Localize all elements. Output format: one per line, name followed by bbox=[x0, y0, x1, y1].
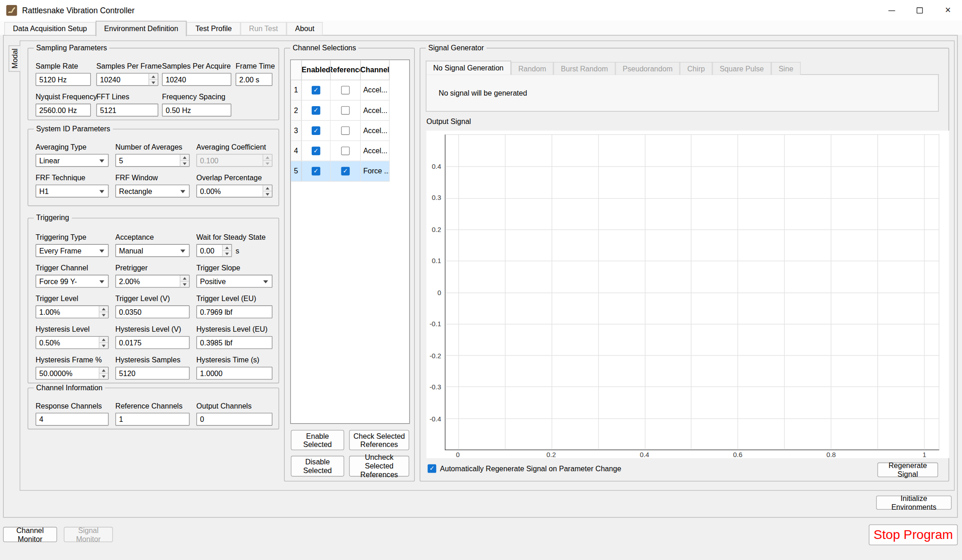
reference-checkbox[interactable] bbox=[341, 146, 350, 155]
channel-cell[interactable]: Accel... bbox=[361, 101, 389, 121]
hysteresis-frame-pct-field[interactable]: 50.0000% bbox=[36, 367, 109, 380]
close-button[interactable]: × bbox=[934, 0, 962, 21]
tab-environment-definition[interactable]: Environment Definition bbox=[96, 21, 187, 37]
tab-random: Random bbox=[511, 62, 553, 75]
reference-checkbox[interactable]: ✓ bbox=[341, 167, 350, 176]
channel-monitor-button[interactable]: Channel Monitor bbox=[3, 527, 57, 543]
table-row[interactable]: 1✓Accel... bbox=[291, 81, 409, 101]
enabled-checkbox[interactable]: ✓ bbox=[312, 106, 320, 115]
hysteresis-level-v-field[interactable]: 0.0175 bbox=[115, 336, 189, 349]
table-corner-cell[interactable] bbox=[291, 60, 302, 80]
maximize-button[interactable] bbox=[906, 0, 934, 21]
tab-about[interactable]: About bbox=[286, 22, 323, 35]
y-tick-label: -0.1 bbox=[429, 320, 441, 328]
trigger-slope-field[interactable]: Positive bbox=[196, 275, 272, 288]
frame-time-field[interactable]: 2.00 s bbox=[236, 73, 272, 86]
gridline-horizontal bbox=[445, 167, 939, 167]
hysteresis-level-eu-field[interactable]: 0.3985 lbf bbox=[196, 336, 272, 349]
triggering-type-field[interactable]: Every Frame bbox=[36, 244, 109, 257]
enabled-checkbox[interactable]: ✓ bbox=[312, 167, 320, 176]
column-header-enabled[interactable]: Enabled bbox=[302, 60, 331, 80]
channel-cell[interactable]: Accel... bbox=[361, 121, 389, 141]
averaging-type-field[interactable]: Linear bbox=[36, 154, 109, 167]
hysteresis-level-field[interactable]: 0.50% bbox=[36, 336, 109, 349]
channel-cell[interactable]: Force ... bbox=[361, 162, 389, 182]
stop-program-button[interactable]: Stop Program bbox=[869, 524, 957, 545]
spin-up-icon bbox=[180, 275, 189, 281]
gridline-horizontal bbox=[445, 292, 939, 293]
spinner-buttons[interactable] bbox=[99, 337, 108, 348]
minimize-button[interactable] bbox=[877, 0, 906, 21]
table-row[interactable]: 4✓Accel... bbox=[291, 141, 409, 161]
nyquist-frequency-field[interactable]: 2560.00 Hz bbox=[36, 104, 91, 117]
hysteresis-time-field[interactable]: 1.0000 bbox=[196, 367, 272, 380]
trigger-channel-field[interactable]: Force 99 Y- bbox=[36, 275, 109, 288]
spinner-buttons[interactable] bbox=[180, 155, 189, 166]
number-of-averages-field[interactable]: 5 bbox=[115, 154, 189, 167]
sample-rate-field[interactable]: 5120 Hz bbox=[36, 73, 91, 86]
frequency-spacing-field[interactable]: 0.50 Hz bbox=[162, 104, 231, 117]
modal-tab-label: Modal bbox=[11, 48, 19, 69]
reference-checkbox[interactable] bbox=[341, 126, 350, 135]
group-title-signal-generator: Signal Generator bbox=[426, 43, 486, 53]
samples-per-acquire-field[interactable]: 10240 bbox=[162, 73, 231, 86]
row-index[interactable]: 2 bbox=[291, 101, 302, 121]
fft-lines-field[interactable]: 5121 bbox=[96, 104, 158, 117]
auto-regenerate-checkbox[interactable]: ✓ bbox=[427, 464, 436, 473]
overlap-percentage-field[interactable]: 0.00% bbox=[196, 185, 272, 198]
tab-modal-environment[interactable]: Modal bbox=[9, 45, 20, 72]
table-row[interactable]: 2✓Accel... bbox=[291, 101, 409, 121]
channel-cell[interactable]: Accel... bbox=[361, 81, 389, 101]
spinner-buttons[interactable] bbox=[99, 306, 108, 318]
row-index[interactable]: 3 bbox=[291, 121, 302, 141]
frf-technique-field[interactable]: H1 bbox=[36, 185, 109, 198]
uncheck-selected-references-button[interactable]: Uncheck Selected References bbox=[349, 456, 409, 477]
tab-burst-random: Burst Random bbox=[553, 62, 615, 75]
x-tick-label: 0.4 bbox=[640, 451, 649, 458]
spinner-buttons[interactable] bbox=[99, 367, 108, 379]
trigger-level-v-field[interactable]: 0.0350 bbox=[115, 306, 189, 318]
row-index[interactable]: 5 bbox=[291, 162, 302, 182]
chevron-down-icon bbox=[99, 280, 104, 283]
reference-channels-field[interactable]: 1 bbox=[115, 413, 189, 425]
reference-checkbox[interactable] bbox=[341, 86, 350, 95]
pretrigger-field[interactable]: 2.00% bbox=[115, 275, 189, 288]
disable-selected-button[interactable]: Disable Selected bbox=[291, 456, 344, 477]
channel-cell[interactable]: Accel... bbox=[361, 141, 389, 161]
output-channels-field[interactable]: 0 bbox=[196, 413, 272, 425]
check-selected-references-button[interactable]: Check Selected References bbox=[349, 430, 409, 450]
hysteresis-samples-field[interactable]: 5120 bbox=[115, 367, 189, 380]
trigger-level-field[interactable]: 1.00% bbox=[36, 306, 109, 318]
column-header-reference[interactable]: Reference bbox=[331, 60, 361, 80]
table-row[interactable]: 5✓✓Force ... bbox=[291, 162, 409, 182]
tab-no-signal-generation[interactable]: No Signal Generation bbox=[426, 61, 511, 75]
wait-for-steady-state-field[interactable]: 0.00 bbox=[196, 244, 232, 257]
row-index[interactable]: 4 bbox=[291, 141, 302, 161]
row-index[interactable]: 1 bbox=[291, 81, 302, 101]
table-row[interactable]: 3✓Accel... bbox=[291, 121, 409, 141]
trigger-level-eu-field[interactable]: 0.7969 lbf bbox=[196, 306, 272, 318]
enable-selected-button[interactable]: Enable Selected bbox=[291, 430, 344, 450]
spinner-buttons[interactable] bbox=[222, 245, 231, 256]
frf-window-field[interactable]: Rectangle bbox=[115, 185, 189, 198]
spinner-buttons[interactable] bbox=[180, 275, 189, 287]
gridline-horizontal bbox=[445, 261, 939, 261]
reference-checkbox[interactable] bbox=[341, 106, 350, 115]
enabled-checkbox[interactable]: ✓ bbox=[312, 86, 320, 95]
initialize-environments-button[interactable]: Initialize Environments bbox=[876, 495, 951, 510]
channel-table[interactable]: Enabled Reference Channel 1✓Accel...2✓Ac… bbox=[290, 59, 410, 424]
frf-technique-label: FRF Technique bbox=[36, 173, 115, 182]
app-window: Rattlesnake Vibration Controller × Data … bbox=[0, 0, 962, 560]
column-header-channel[interactable]: Channel bbox=[361, 60, 389, 80]
response-channels-field[interactable]: 4 bbox=[36, 413, 109, 425]
regenerate-signal-button[interactable]: Regenerate Signal bbox=[877, 463, 938, 477]
enabled-checkbox[interactable]: ✓ bbox=[312, 126, 320, 135]
spinner-buttons[interactable] bbox=[148, 74, 157, 85]
spinner-buttons[interactable] bbox=[263, 185, 272, 197]
trigger-slope-label: Trigger Slope bbox=[196, 264, 276, 272]
acceptance-field[interactable]: Manual bbox=[115, 244, 189, 257]
samples-per-frame-field[interactable]: 10240 bbox=[96, 73, 158, 86]
tab-data-acquisition-setup[interactable]: Data Acquisition Setup bbox=[4, 22, 95, 35]
enabled-checkbox[interactable]: ✓ bbox=[312, 146, 320, 155]
tab-test-profile[interactable]: Test Profile bbox=[187, 22, 240, 35]
